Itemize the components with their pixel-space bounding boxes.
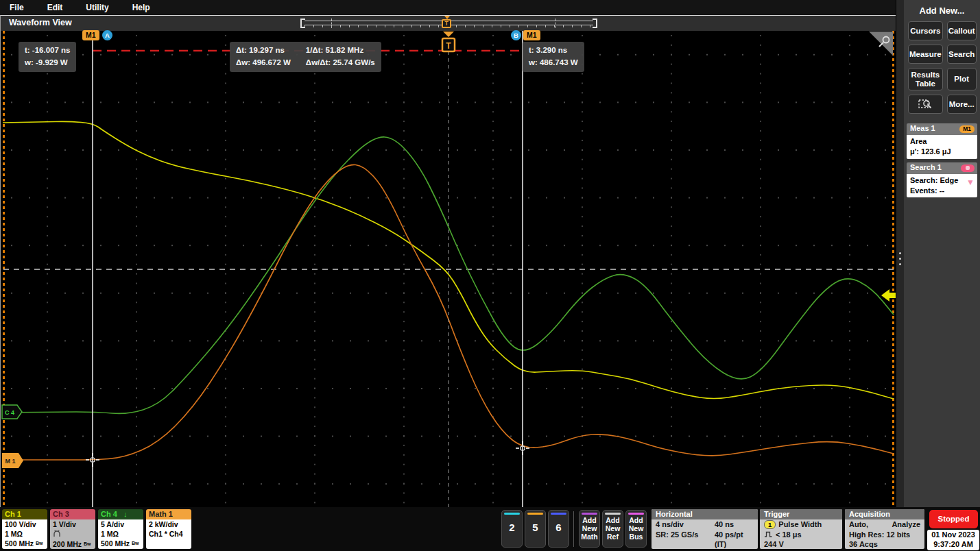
ruler-trigger-icon[interactable]: T	[442, 19, 451, 28]
acquisition-mode: Auto,	[849, 519, 868, 530]
cursor-a-value: w: -9.929 W	[25, 57, 70, 69]
window-title: Waveform View	[9, 18, 72, 27]
ch1-badge[interactable]: Ch 1 100 V/div 1 MΩ 500 MHz Bw	[2, 509, 47, 549]
trigger-condition: < 18 μs	[776, 530, 802, 540]
cursor-delta-readout: Δt: 19.297 ns 1/Δt: 51.82 MHz Δw: 496.67…	[230, 42, 381, 72]
cursor-b-time: t: 3.290 ns	[529, 45, 578, 57]
cursor-a-badge[interactable]: A	[102, 30, 112, 40]
waveform-titlebar: Waveform View T	[1, 16, 896, 31]
ch4-bandwidth: 500 MHz	[101, 539, 130, 548]
ch6-enable-button[interactable]: 6	[548, 510, 569, 548]
ch4-badge[interactable]: Ch 4 ↓ 5 A/div 1 MΩ 500 MHz Bw	[98, 509, 143, 549]
trigger-source-badge: 1	[764, 520, 776, 529]
cursor-b-source-badge[interactable]: M1	[523, 30, 540, 40]
ch3-bandwidth: 200 MHz	[53, 540, 82, 548]
ch4-flag-label: C 4	[5, 409, 14, 416]
add-new-bus-label: Add New Bus	[626, 516, 646, 541]
date-text: 01 Nov 2023	[927, 530, 979, 540]
search-button[interactable]: Search	[947, 45, 977, 64]
corner-zoom-control[interactable]	[869, 32, 893, 56]
time-text: 9:37:20 AM	[927, 540, 979, 550]
add-new-title: Add New...	[904, 5, 980, 16]
ruler-right-bracket	[593, 19, 597, 28]
right-sidebar: Add New... Cursors Callout Measure Searc…	[904, 0, 980, 507]
add-new-ref-label: Add New Ref	[603, 516, 623, 541]
results-table-button[interactable]: Results Table	[908, 68, 943, 90]
sample-interval: 40 ps/pt (IT)	[715, 530, 754, 549]
add-new-ref-button[interactable]: Add New Ref	[602, 510, 623, 548]
divider-grip-icon[interactable]	[899, 252, 901, 269]
trigger-panel[interactable]: Trigger 1 Pulse Width < 18 μs 244 V	[760, 509, 842, 549]
ch1-name: Ch 1	[5, 510, 21, 518]
acquisition-analyze: Analyze	[892, 519, 920, 530]
ch5-label: 5	[525, 522, 545, 533]
acquisition-panel[interactable]: Acquisition Auto, Analyze High Res: 12 b…	[845, 509, 924, 549]
horizontal-panel[interactable]: Horizontal 4 ns/div 40 ns SR: 25 GS/s 40…	[652, 509, 758, 549]
horizontal-window: 40 ns	[715, 519, 754, 530]
cursor-b-value: w: 486.743 W	[529, 57, 578, 69]
ch6-label: 6	[549, 522, 569, 533]
trigger-title: Trigger	[760, 509, 842, 519]
ch4-scale: 5 A/div	[101, 520, 141, 530]
trigger-type: Pulse Width	[778, 519, 822, 530]
zoom-select-button[interactable]	[908, 95, 943, 114]
settings-bar: Ch 1 100 V/div 1 MΩ 500 MHz Bw Ch 3 1 V/…	[0, 507, 980, 551]
menu-utility[interactable]: Utility	[86, 3, 108, 12]
pulse-icon	[764, 531, 773, 537]
trigger-arrow-icon[interactable]	[443, 32, 454, 37]
cursor-a-readout: t: -16.007 ns w: -9.929 W	[19, 42, 76, 72]
ch5-enable-button[interactable]: 5	[525, 510, 546, 548]
math1-name: Math 1	[149, 510, 173, 518]
ch3-scale: 1 V/div	[53, 520, 93, 530]
search-marker-icon: ▼	[966, 177, 975, 188]
run-stop-button[interactable]: Stopped	[929, 510, 978, 528]
waveform-plot: T C 4 M 1	[1, 31, 896, 508]
search1-events: Events: --	[910, 186, 974, 196]
delta-slope: Δw/Δt: 25.74 GW/s	[306, 57, 375, 69]
ch4-impedance: 1 MΩ	[101, 530, 141, 539]
delta-t: Δt: 19.297 ns	[236, 45, 291, 57]
search1-count-badge	[961, 164, 975, 172]
menu-edit[interactable]: Edit	[47, 3, 63, 12]
ch3-badge[interactable]: Ch 3 1 V/div 200 MHz Bw	[50, 509, 95, 549]
date-time-display: 01 Nov 2023 9:37:20 AM	[927, 530, 979, 550]
ch1-impedance: 1 MΩ	[5, 530, 45, 539]
acquisition-title: Acquisition	[845, 509, 924, 519]
measure-button[interactable]: Measure	[908, 45, 943, 64]
cursors-button[interactable]: Cursors	[908, 21, 943, 40]
ch2-label: 2	[502, 522, 522, 533]
menu-help[interactable]: Help	[132, 3, 150, 12]
inverse-delta-t: 1/Δt: 51.82 MHz	[306, 45, 375, 57]
more-button[interactable]: More...	[947, 95, 977, 114]
horizontal-scale: 4 ns/div	[656, 519, 715, 530]
search1-panel[interactable]: Search 1 Search: Edge ▼ Events: --	[907, 162, 977, 198]
oscilloscope-app: File Edit Utility Help Waveform View T	[0, 0, 980, 551]
trigger-flag-label: T	[446, 41, 451, 51]
callout-button[interactable]: Callout	[947, 21, 977, 40]
math1-badge[interactable]: Math 1 2 kW/div Ch1 * Ch4	[146, 509, 191, 549]
add-new-bus-button[interactable]: Add New Bus	[625, 510, 647, 548]
meas1-value: μ': 123.6 μJ	[910, 147, 974, 157]
ruler-cursor-b-mark	[555, 19, 555, 28]
menu-file[interactable]: File	[10, 3, 24, 12]
acquisition-resolution: High Res: 12 bits	[849, 530, 920, 540]
cursor-b-readout: t: 3.290 ns w: 486.743 W	[523, 42, 584, 72]
ch1-bandwidth: 500 MHz	[5, 539, 34, 548]
ch4-bw-icon: Bw	[132, 541, 139, 546]
meas1-panel[interactable]: Meas 1 M1 Area μ': 123.6 μJ	[907, 123, 977, 159]
cursor-a-source-badge[interactable]: M1	[82, 30, 99, 40]
plot-button[interactable]: Plot	[947, 68, 977, 90]
zoom-overview-ruler[interactable]: T	[300, 19, 597, 28]
sample-rate: SR: 25 GS/s	[656, 530, 715, 549]
ch1-scale: 100 V/div	[5, 520, 45, 530]
search1-title: Search 1	[910, 163, 942, 171]
add-new-math-button[interactable]: Add New Math	[579, 510, 600, 548]
cursor-b-badge[interactable]: B	[511, 30, 521, 40]
ch2-enable-button[interactable]: 2	[501, 510, 523, 548]
delta-w: Δw: 496.672 W	[236, 57, 291, 69]
panel-divider[interactable]	[896, 0, 904, 507]
add-new-math-label: Add New Math	[579, 516, 599, 541]
acquisition-count: 36 Acqs	[849, 539, 920, 549]
meas1-title: Meas 1	[910, 124, 935, 132]
ch4-trend-arrow-icon: ↓	[123, 510, 128, 518]
